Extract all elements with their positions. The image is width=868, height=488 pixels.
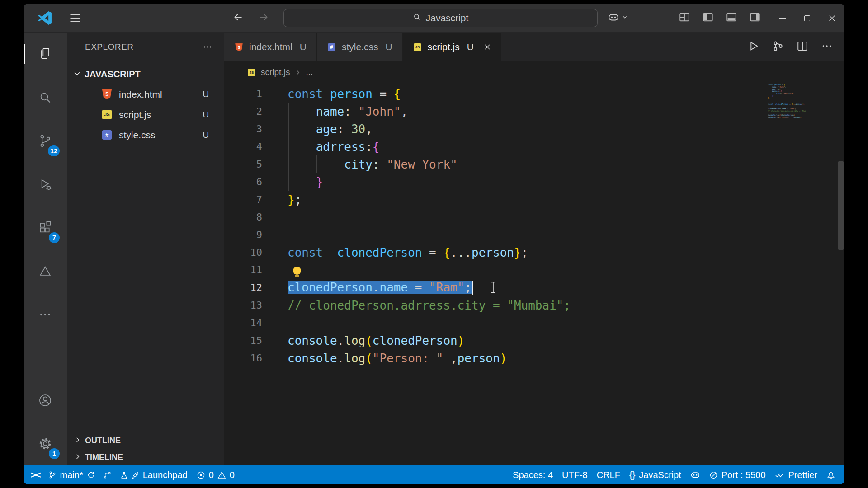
- problems-status[interactable]: 0 0: [192, 465, 239, 484]
- code-line-16[interactable]: 16console.log("Person: " ,person): [224, 349, 844, 367]
- more-views-icon[interactable]: [24, 293, 67, 336]
- code-line-3[interactable]: 3 age: 30,: [224, 120, 844, 138]
- file-style-css[interactable]: # style.css U: [67, 125, 224, 145]
- settings-gear-icon[interactable]: 1: [24, 422, 67, 465]
- maximize-button[interactable]: [795, 4, 820, 33]
- file-script-js[interactable]: JS script.js U: [67, 104, 224, 125]
- notifications-bell-icon[interactable]: [822, 470, 840, 479]
- close-tab-icon[interactable]: [484, 43, 491, 51]
- chevron-right-icon: [74, 453, 81, 462]
- extensions-icon[interactable]: 7: [24, 206, 67, 249]
- minimap[interactable]: const person = { name: "John", age: 30, …: [768, 84, 806, 119]
- back-button[interactable]: [232, 11, 244, 25]
- file-index-html[interactable]: 5 index.html U: [67, 84, 224, 104]
- code-line-1[interactable]: 1const person = {: [224, 85, 844, 103]
- line-number[interactable]: 16: [224, 352, 288, 364]
- close-button[interactable]: [820, 4, 844, 33]
- code-line-13[interactable]: 13// clonedPerson.adrress.city = "Mumbai…: [224, 296, 844, 314]
- breadcrumb[interactable]: JS script.js ...: [224, 61, 844, 83]
- sidebar-more-actions-icon[interactable]: [203, 42, 212, 52]
- js-file-icon: JS: [248, 69, 255, 76]
- code-line-8[interactable]: 8: [224, 208, 844, 226]
- line-number[interactable]: 11: [224, 264, 288, 276]
- tab-script-js[interactable]: JS script.js U: [403, 33, 501, 61]
- toggle-panel-icon[interactable]: [726, 12, 737, 24]
- customize-layout-icon[interactable]: [679, 12, 690, 24]
- run-button[interactable]: [748, 40, 760, 54]
- prettier-label: Prettier: [788, 470, 817, 480]
- line-number[interactable]: 3: [224, 123, 288, 135]
- tab-style-css[interactable]: # style.css U: [317, 33, 403, 61]
- code-line-14[interactable]: 14: [224, 314, 844, 332]
- sidebar-title: EXPLORER: [85, 42, 133, 52]
- line-number[interactable]: 15: [224, 335, 288, 346]
- tab-bar: 5 index.html U # style.css U JS script.j…: [224, 33, 844, 61]
- scrollbar-thumb[interactable]: [838, 161, 844, 250]
- code-line-4[interactable]: 4 adrress:{: [224, 138, 844, 155]
- outline-section[interactable]: OUTLINE: [67, 432, 224, 449]
- code-line-15[interactable]: 15console.log(clonedPerson): [224, 332, 844, 349]
- explorer-icon[interactable]: [24, 33, 67, 76]
- code-line-12[interactable]: 12clonedPerson.name = "Ram";: [224, 279, 844, 296]
- line-number[interactable]: 4: [224, 141, 288, 152]
- run-debug-icon[interactable]: [24, 163, 67, 206]
- line-number[interactable]: 6: [224, 176, 288, 188]
- folder-javascript[interactable]: JAVASCRIPT: [67, 64, 224, 84]
- code-line-7[interactable]: 7};: [224, 191, 844, 208]
- tab-index-html[interactable]: 5 index.html U: [224, 33, 317, 61]
- launchpad-label: Launchpad: [143, 470, 188, 480]
- code-editor[interactable]: 1const person = {2 name: "John",3 age: 3…: [224, 83, 844, 465]
- code-line-2[interactable]: 2 name: "John",: [224, 103, 844, 120]
- vscode-window: Javascript: [24, 4, 844, 484]
- line-number[interactable]: 1: [224, 88, 288, 99]
- live-server-port-status[interactable]: Port : 5500: [705, 470, 770, 480]
- command-center-search[interactable]: Javascript: [283, 9, 598, 27]
- line-number[interactable]: 9: [224, 229, 288, 240]
- chevron-down-icon: [73, 69, 81, 80]
- remote-indicator[interactable]: ><: [28, 465, 44, 484]
- source-control-icon[interactable]: 12: [24, 119, 67, 163]
- line-number[interactable]: 5: [224, 159, 288, 170]
- minimize-button[interactable]: [770, 4, 795, 33]
- split-editor-icon[interactable]: [797, 40, 808, 54]
- branch-name: main*: [60, 470, 83, 480]
- js-file-icon: JS: [414, 43, 421, 51]
- indentation-status[interactable]: Spaces: 4: [508, 470, 557, 480]
- copilot-menu[interactable]: [608, 4, 628, 33]
- breadcrumb-more[interactable]: ...: [306, 67, 313, 77]
- launchpad-status[interactable]: Launchpad: [116, 465, 192, 484]
- graph-status-icon[interactable]: [99, 465, 116, 484]
- line-number[interactable]: 12: [224, 282, 288, 293]
- code-line-9[interactable]: 9: [224, 226, 844, 244]
- line-number[interactable]: 7: [224, 194, 288, 205]
- git-branch-status[interactable]: main*: [44, 465, 99, 484]
- line-number[interactable]: 14: [224, 317, 288, 328]
- code-line-11[interactable]: 11: [224, 261, 844, 279]
- prettier-status[interactable]: Prettier: [770, 470, 822, 480]
- code-line-6[interactable]: 6 }: [224, 173, 844, 191]
- code-line-10[interactable]: 10const clonedPerson = {...person};: [224, 244, 844, 261]
- outline-label: OUTLINE: [85, 436, 121, 446]
- line-number[interactable]: 2: [224, 106, 288, 117]
- timeline-section[interactable]: TIMELINE: [67, 449, 224, 465]
- more-actions-icon[interactable]: [821, 40, 833, 54]
- menu-icon[interactable]: [69, 12, 81, 24]
- toggle-sidebar-icon[interactable]: [703, 12, 713, 24]
- toggle-secondary-sidebar-icon[interactable]: [750, 12, 760, 24]
- circle-slash-icon: [709, 471, 718, 479]
- line-number[interactable]: 13: [224, 300, 288, 311]
- eol-status[interactable]: CRLF: [592, 470, 625, 480]
- lightbulb-icon[interactable]: [293, 267, 301, 275]
- account-icon[interactable]: [24, 379, 67, 422]
- source-control-graph-icon[interactable]: [772, 40, 784, 54]
- triangle-extension-icon[interactable]: [24, 249, 67, 293]
- copilot-status-icon[interactable]: [686, 470, 705, 480]
- encoding-status[interactable]: UTF-8: [557, 470, 592, 480]
- language-status[interactable]: {} JavaScript: [625, 470, 686, 480]
- line-number[interactable]: 8: [224, 211, 288, 223]
- search-sidebar-icon[interactable]: [24, 76, 67, 119]
- code-line-5[interactable]: 5 city: "New York": [224, 155, 844, 173]
- forward-button[interactable]: [258, 11, 269, 25]
- line-number[interactable]: 10: [224, 247, 288, 258]
- breadcrumb-file[interactable]: script.js: [261, 67, 290, 77]
